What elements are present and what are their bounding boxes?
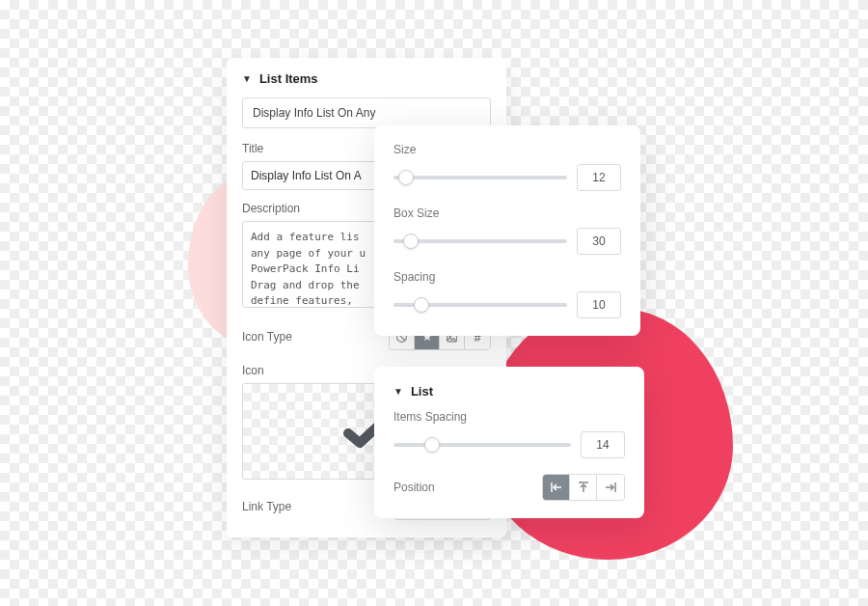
box-size-slider[interactable] — [393, 239, 567, 243]
list-section-header[interactable]: ▼ List — [393, 384, 625, 399]
box-size-label: Box Size — [393, 207, 621, 220]
spacing-value[interactable]: 10 — [577, 291, 621, 318]
link-type-label: Link Type — [242, 500, 291, 513]
list-section-title: List — [411, 384, 433, 399]
spacing-slider-block: Spacing 10 — [393, 270, 621, 318]
items-spacing-value[interactable]: 14 — [581, 431, 625, 458]
position-right[interactable] — [597, 475, 624, 500]
caret-down-icon: ▼ — [393, 386, 403, 397]
size-label: Size — [393, 143, 621, 156]
items-spacing-label: Items Spacing — [393, 410, 625, 424]
spacing-label: Spacing — [393, 270, 621, 284]
slider-thumb[interactable] — [398, 170, 414, 185]
slider-thumb[interactable] — [424, 437, 440, 453]
align-top-icon — [578, 481, 589, 494]
slider-thumb[interactable] — [414, 297, 429, 313]
align-right-icon — [604, 482, 617, 493]
list-item-row[interactable]: Display Info List On Any — [242, 97, 491, 128]
size-panel: Size 12 Box Size 30 Spacing 10 — [374, 125, 640, 336]
slider-thumb[interactable] — [403, 234, 419, 249]
size-slider-block: Size 12 — [393, 143, 621, 191]
items-spacing-block: Items Spacing 14 — [393, 410, 625, 458]
caret-down-icon: ▼ — [242, 73, 252, 84]
position-top[interactable] — [570, 475, 597, 500]
box-size-value[interactable]: 30 — [577, 228, 621, 255]
position-left[interactable] — [543, 475, 570, 500]
box-size-slider-block: Box Size 30 — [393, 207, 621, 255]
size-value[interactable]: 12 — [577, 164, 621, 191]
items-spacing-slider[interactable] — [393, 443, 571, 447]
align-left-icon — [550, 482, 563, 493]
size-slider[interactable] — [393, 176, 567, 179]
list-panel: ▼ List Items Spacing 14 Position — [374, 367, 644, 518]
spacing-slider[interactable] — [393, 303, 567, 307]
icon-type-label: Icon Type — [242, 330, 292, 344]
section-header[interactable]: ▼ List Items — [242, 71, 491, 86]
section-title: List Items — [259, 71, 318, 86]
position-label: Position — [393, 481, 435, 494]
position-group — [542, 474, 625, 501]
position-row: Position — [393, 474, 625, 501]
